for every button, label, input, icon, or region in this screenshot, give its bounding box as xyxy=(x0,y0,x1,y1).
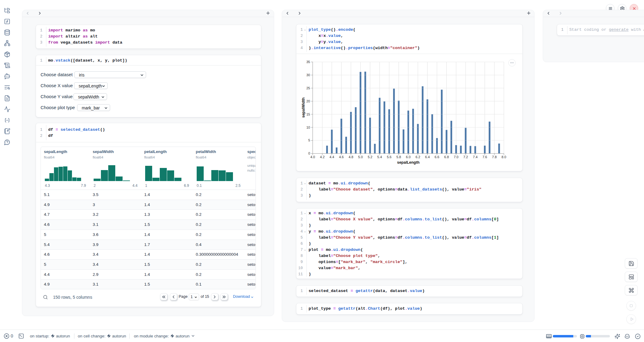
svg-text:15: 15 xyxy=(306,112,310,116)
svg-text:6.4: 6.4 xyxy=(425,155,430,159)
svg-text:7.4: 7.4 xyxy=(473,155,478,159)
svg-text:4.2: 4.2 xyxy=(320,155,324,159)
svg-text:7.6: 7.6 xyxy=(482,155,487,159)
svg-text:5: 5 xyxy=(308,138,310,142)
svg-text:7.0: 7.0 xyxy=(454,155,458,159)
svg-text:35: 35 xyxy=(306,60,310,64)
svg-text:25: 25 xyxy=(306,86,310,90)
svg-text:4.0: 4.0 xyxy=(310,155,315,159)
svg-text:5.8: 5.8 xyxy=(396,155,401,159)
svg-text:10: 10 xyxy=(306,126,310,129)
svg-text:4.8: 4.8 xyxy=(349,155,353,159)
svg-text:sepalLength: sepalLength xyxy=(397,160,420,165)
svg-text:sepalWidth: sepalWidth xyxy=(301,98,306,118)
svg-text:8.0: 8.0 xyxy=(502,155,506,159)
svg-text:30: 30 xyxy=(306,73,310,77)
svg-text:4.6: 4.6 xyxy=(339,155,344,159)
svg-text:6.6: 6.6 xyxy=(435,155,439,159)
svg-text:7.8: 7.8 xyxy=(492,155,497,159)
svg-text:5.6: 5.6 xyxy=(387,155,392,159)
svg-text:0: 0 xyxy=(308,151,310,155)
svg-text:20: 20 xyxy=(306,99,310,103)
svg-text:6.0: 6.0 xyxy=(406,155,410,159)
svg-text:5.2: 5.2 xyxy=(368,155,372,159)
svg-text:6.2: 6.2 xyxy=(416,155,420,159)
svg-text:5.4: 5.4 xyxy=(377,155,382,159)
svg-text:6.8: 6.8 xyxy=(444,155,449,159)
svg-text:4.4: 4.4 xyxy=(330,155,334,159)
svg-text:5.0: 5.0 xyxy=(358,155,363,159)
svg-text:7.2: 7.2 xyxy=(463,155,468,159)
